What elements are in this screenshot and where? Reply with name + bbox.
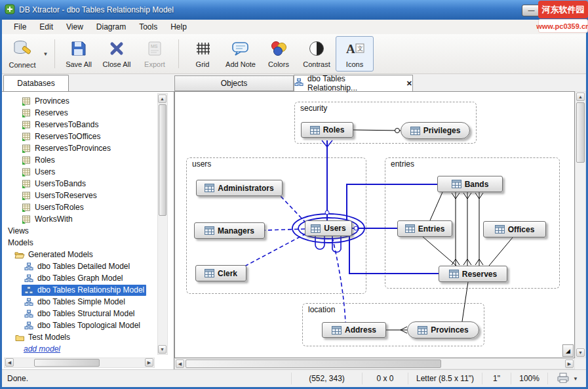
table-icon [21,109,31,117]
tab-objects[interactable]: Objects [174,75,294,91]
grid-button[interactable]: Grid [184,36,222,72]
tree-item-provinces[interactable]: Provinces [5,95,153,107]
save-all-label: Save All [66,60,92,68]
tree-item-dbo-tables-topological-model[interactable]: dbo Tables Topological Model [5,319,153,331]
tree-item-label: ReservesToProvinces [35,144,111,153]
tree-item-label: dbo Tables Graph Model [37,274,123,283]
tab-model[interactable]: dbo Tables Relationship... ✕ [294,75,413,91]
tree-item-reservestobands[interactable]: ReservesToBands [5,119,153,131]
tree-item-dbo-tables-detailed-model[interactable]: dbo Tables Detailed Model [5,260,153,272]
tree-item-roles[interactable]: Roles [5,154,153,166]
entity-address[interactable]: Address [322,322,386,338]
tree-item-userstoreserves[interactable]: UsersToReserves [5,190,153,201]
close-all-label: Close All [103,60,131,68]
entity-label: Roles [323,125,345,134]
tree-item-models[interactable]: Models [5,237,153,249]
menu-diagram[interactable]: Diagram [90,20,132,33]
entity-administrators[interactable]: Administrators [196,180,283,196]
connect-dropdown-icon[interactable]: ▼ [41,36,50,72]
menu-tools[interactable]: Tools [132,20,164,33]
table-icon [21,180,31,188]
add-note-icon [231,40,250,58]
canvas-vertical-scrollbar[interactable]: ▲ ▼ [575,91,586,358]
menu-file[interactable]: File [7,20,33,33]
entity-privileges[interactable]: Privileges [401,122,470,139]
scroll-thumb[interactable] [34,359,100,367]
model-icon [24,310,34,318]
scroll-thumb[interactable] [576,102,585,163]
tree-item-generated-models[interactable]: Generated Models [5,249,153,260]
menu-help[interactable]: Help [164,20,193,33]
export-button[interactable]: MS Export [136,36,174,72]
tree-item-dbo-tables-structural-model[interactable]: dbo Tables Structural Model [5,308,153,319]
margin-value[interactable]: 1" [482,373,511,385]
scroll-left-icon[interactable]: ◀ [176,359,184,368]
scroll-down-icon[interactable]: ▼ [576,348,585,357]
tree-item-userstoroles[interactable]: UsersToRoles [5,201,153,213]
canvas-horizontal-scrollbar[interactable]: ◀ ▶ [174,358,575,369]
tree-item-reservestooffices[interactable]: ReservesToOffices [5,131,153,142]
tab-close-icon[interactable]: ✕ [406,79,412,88]
save-all-button[interactable]: Save All [60,36,98,72]
entity-roles[interactable]: Roles [301,122,353,138]
tree-item-label: UsersToBands [35,179,86,188]
scroll-right-icon[interactable]: ▶ [145,358,153,367]
tab-databases[interactable]: Databases [3,75,69,91]
entity-reserves[interactable]: Reserves [439,266,507,282]
tree-item-userstobands[interactable]: UsersToBands [5,178,153,190]
diagram-overview-button[interactable]: ◢ [562,344,574,357]
tree-item-reserves[interactable]: Reserves [5,107,153,119]
paper-size[interactable]: Letter (8.5 x 11") [408,373,482,385]
tree-item-users[interactable]: Users [5,166,153,178]
entity-managers[interactable]: Managers [194,222,265,239]
table-icon [452,180,461,188]
entity-bands[interactable]: Bands [437,176,503,192]
entity-entries[interactable]: Entries [397,220,452,237]
tree-item-dbo-tables-simple-model[interactable]: dbo Tables Simple Model [5,296,153,308]
tree-item-dbo-tables-relationship-model[interactable]: dbo Tables Relationship Model [5,284,153,296]
entity-users[interactable]: Users [305,220,352,236]
tree-item-reservestoprovinces[interactable]: ReservesToProvinces [5,142,153,154]
entity-provinces[interactable]: Provinces [407,321,479,338]
title-bar[interactable]: DB Xtractor - dbo Tables Relationship Mo… [0,0,588,20]
entity-clerk[interactable]: Clerk [195,265,246,281]
table-icon [21,192,31,200]
tree-item-label: dbo Tables Simple Model [37,297,125,306]
menu-view[interactable]: View [60,20,90,33]
entity-label: Clerk [218,269,237,278]
scroll-thumb[interactable] [186,359,441,368]
sidebar-horizontal-scrollbar[interactable]: ◀ ▶ [4,358,155,368]
status-bar: Done. (552, 343) 0 x 0 Letter (8.5 x 11"… [2,369,586,387]
zoom-level[interactable]: 100% [511,373,547,385]
tree-item-label: UsersToRoles [35,203,84,212]
diagram-canvas[interactable]: securityusersentrieslocation [174,91,575,358]
printer-button[interactable]: ▼ [547,373,586,385]
colors-button[interactable]: Colors [260,36,298,72]
watermark-badge: 河东软件园 [538,1,588,18]
icons-button[interactable]: A文 Icons [336,36,374,72]
scroll-down-icon[interactable]: ▼ [158,345,167,354]
tree-item-views[interactable]: Views [5,225,153,237]
contrast-label: Contrast [303,60,330,68]
close-all-button[interactable]: Close All [98,36,136,72]
tree-item-add-model[interactable]: add model [5,343,153,355]
menu-edit[interactable]: Edit [33,20,60,33]
scroll-right-icon[interactable]: ▶ [565,359,574,368]
sidebar-vertical-scrollbar[interactable]: ▲ ▼ [157,93,168,355]
table-icon [21,168,31,176]
folder-icon [14,333,25,342]
scroll-thumb[interactable] [159,104,167,216]
tree-item-dbo-tables-graph-model[interactable]: dbo Tables Graph Model [5,272,153,284]
add-note-button[interactable]: Add Note [222,36,260,72]
connect-button[interactable]: Connect [3,36,41,72]
tree-item-workswith[interactable]: WorksWith [5,213,153,225]
table-icon [21,97,31,106]
scroll-left-icon[interactable]: ◀ [5,358,14,367]
entity-offices[interactable]: Offices [483,221,546,237]
scroll-up-icon[interactable]: ▲ [158,94,167,103]
scroll-up-icon[interactable]: ▲ [576,92,585,101]
contrast-button[interactable]: Contrast [298,36,336,72]
table-icon [310,126,320,134]
folder-open-icon [14,251,25,259]
tree-item-test-models[interactable]: Test Models [5,331,153,343]
